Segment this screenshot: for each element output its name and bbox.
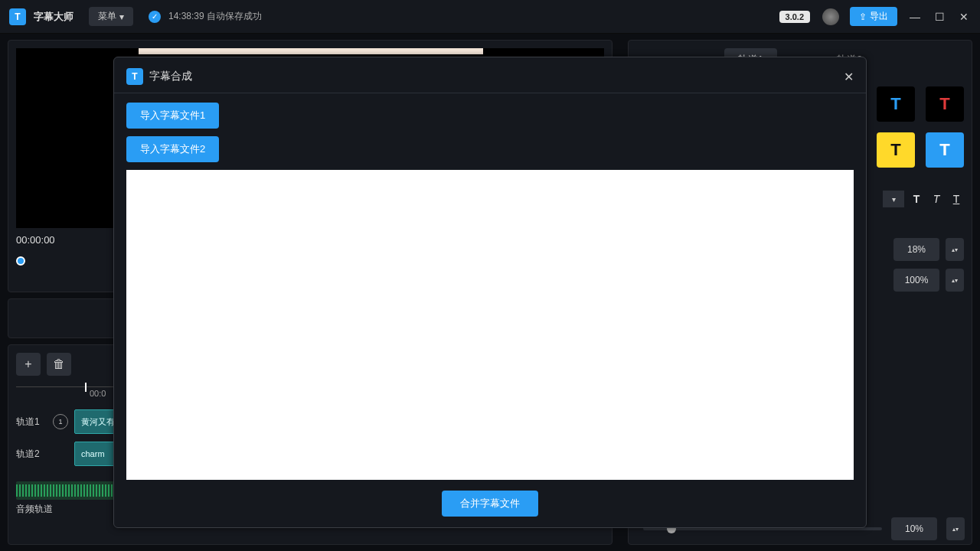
import-file-2-button[interactable]: 导入字幕文件2 [126,136,219,162]
merge-preview-area[interactable] [126,170,854,480]
merge-button[interactable]: 合并字幕文件 [442,491,538,517]
dialog-title: 字幕合成 [149,70,192,83]
subtitle-merge-dialog: T 字幕合成 ✕ 导入字幕文件1 导入字幕文件2 合并字幕文件 [113,57,867,528]
dialog-logo-icon: T [126,68,143,85]
dialog-close-button[interactable]: ✕ [844,70,854,84]
modal-backdrop: T 字幕合成 ✕ 导入字幕文件1 导入字幕文件2 合并字幕文件 [0,0,980,551]
import-file-1-button[interactable]: 导入字幕文件1 [126,103,219,129]
